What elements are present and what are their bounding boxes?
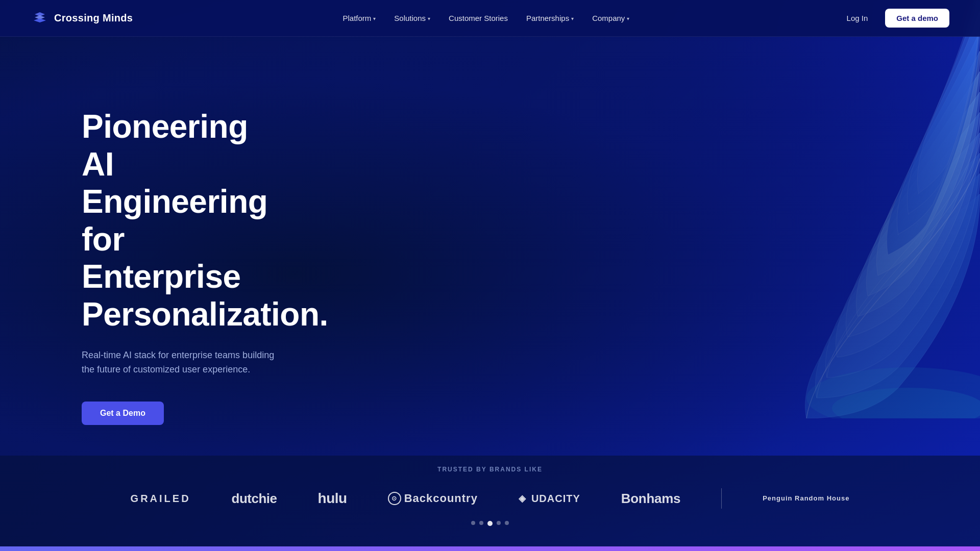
nav-company[interactable]: Company ▾: [585, 10, 636, 27]
trusted-section: TRUSTED BY BRANDS LIKE GRAILED dutchie h…: [0, 456, 980, 546]
hero-section: Pioneering AI Engineering for Enterprise…: [0, 0, 980, 546]
nav-platform[interactable]: Platform ▾: [335, 10, 383, 27]
main-nav: Platform ▾ Solutions ▾ Customer Stories …: [133, 10, 839, 27]
brand-penguin: Penguin Random House: [763, 494, 849, 503]
brand-udacity: ◈ UDACITY: [519, 493, 580, 505]
carousel-dot-2[interactable]: [479, 521, 483, 525]
logo-icon: [31, 9, 49, 28]
carousel-dot-1[interactable]: [471, 521, 475, 525]
brand-name: Crossing Minds: [54, 12, 133, 24]
hero-title: Pioneering AI Engineering for Enterprise…: [82, 108, 276, 334]
trusted-label: TRUSTED BY BRANDS LIKE: [31, 466, 949, 473]
brand-hulu: hulu: [318, 490, 347, 507]
hero-content: Pioneering AI Engineering for Enterprise…: [0, 37, 357, 456]
nav-solutions[interactable]: Solutions ▾: [387, 10, 437, 27]
carousel-dot-5[interactable]: [505, 521, 509, 525]
bottom-gradient-bar: [0, 546, 980, 551]
company-chevron-icon: ▾: [627, 16, 629, 21]
login-button[interactable]: Log In: [840, 10, 875, 27]
carousel-dots: [31, 521, 949, 526]
carousel-dot-3[interactable]: [487, 521, 493, 526]
solutions-chevron-icon: ▾: [428, 16, 430, 21]
nav-customer-stories[interactable]: Customer Stories: [442, 10, 515, 27]
partnerships-chevron-icon: ▾: [571, 16, 574, 21]
brands-row: GRAILED dutchie hulu ⊙ Backcountry ◈ UDA…: [31, 488, 949, 509]
hero-visual-decoration: [541, 0, 980, 418]
backcountry-circle-icon: ⊙: [388, 492, 401, 505]
brand-backcountry: ⊙ Backcountry: [388, 492, 478, 505]
hero-cta-button[interactable]: Get a Demo: [82, 402, 164, 425]
brand-grailed: GRAILED: [131, 493, 191, 505]
hero-subtitle: Real-time AI stack for enterprise teams …: [82, 348, 276, 378]
udacity-icon: ◈: [519, 493, 526, 504]
get-demo-button-nav[interactable]: Get a demo: [885, 9, 949, 28]
nav-partnerships[interactable]: Partnerships ▾: [519, 10, 581, 27]
carousel-dot-4[interactable]: [497, 521, 501, 525]
platform-chevron-icon: ▾: [373, 16, 376, 21]
logo-link[interactable]: Crossing Minds: [31, 9, 133, 28]
navbar: Crossing Minds Platform ▾ Solutions ▾ Cu…: [0, 0, 980, 37]
navbar-actions: Log In Get a demo: [840, 9, 949, 28]
brand-dutchie: dutchie: [232, 491, 277, 507]
brand-divider: [721, 488, 722, 509]
brand-bonhams: Bonhams: [621, 491, 680, 507]
